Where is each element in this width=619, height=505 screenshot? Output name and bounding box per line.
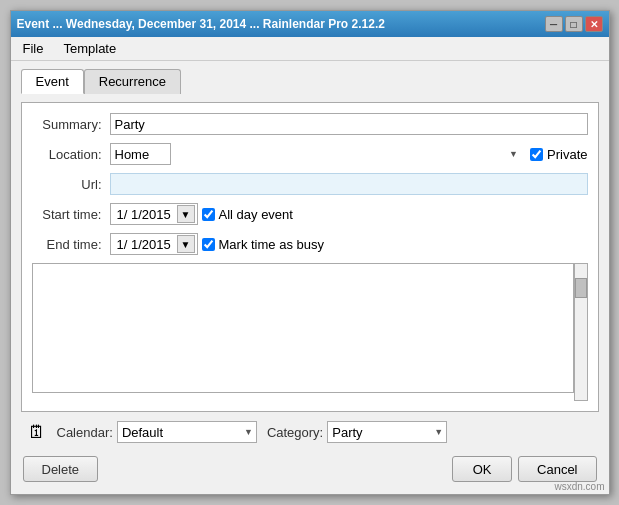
- calendar-label: Calendar:: [57, 425, 113, 440]
- summary-input[interactable]: [110, 113, 588, 135]
- notes-area: [32, 263, 588, 401]
- ok-button[interactable]: OK: [452, 456, 512, 482]
- delete-button[interactable]: Delete: [23, 456, 99, 482]
- location-label: Location:: [32, 147, 110, 162]
- calendar-icon: 🗓: [23, 418, 51, 446]
- category-select[interactable]: Party Work Personal Holiday: [327, 421, 447, 443]
- start-time-label: Start time:: [32, 207, 110, 222]
- mark-busy-checkbox[interactable]: [202, 238, 215, 251]
- minimize-button[interactable]: ─: [545, 16, 563, 32]
- cancel-button[interactable]: Cancel: [518, 456, 596, 482]
- category-label: Category:: [267, 425, 323, 440]
- private-row: Private: [530, 147, 587, 162]
- main-window: Event ... Wednesday, December 31, 2014 .…: [10, 10, 610, 495]
- notes-textarea[interactable]: [32, 263, 574, 393]
- all-day-row: All day event: [202, 207, 293, 222]
- start-time-row: Start time: 1/ 1/2015 ▼ All day event: [32, 203, 588, 225]
- mark-busy-label[interactable]: Mark time as busy: [202, 237, 324, 252]
- summary-label: Summary:: [32, 117, 110, 132]
- main-content: Event Recurrence Summary: Location: Home…: [11, 61, 609, 492]
- tab-bar: Event Recurrence: [21, 69, 599, 94]
- all-day-text: All day event: [219, 207, 293, 222]
- menu-bar: File Template: [11, 37, 609, 61]
- url-input[interactable]: [110, 173, 588, 195]
- end-time-row: End time: 1/ 1/2015 ▼ Mark time as busy: [32, 233, 588, 255]
- window-title: Event ... Wednesday, December 31, 2014 .…: [17, 17, 385, 31]
- location-select[interactable]: Home Work Other: [110, 143, 171, 165]
- menu-template[interactable]: Template: [55, 39, 124, 58]
- end-date-text: 1/ 1/2015: [113, 237, 177, 252]
- tab-event[interactable]: Event: [21, 69, 84, 94]
- all-day-checkbox[interactable]: [202, 208, 215, 221]
- right-buttons: OK Cancel: [452, 456, 596, 482]
- mark-busy-row: Mark time as busy: [202, 237, 324, 252]
- mark-busy-text: Mark time as busy: [219, 237, 324, 252]
- scrollbar[interactable]: [574, 263, 588, 401]
- calendar-select-wrapper: Default: [117, 421, 257, 443]
- button-row: Delete OK Cancel: [21, 456, 599, 482]
- category-select-wrapper: Party Work Personal Holiday: [327, 421, 447, 443]
- location-select-wrapper: Home Work Other: [110, 143, 523, 165]
- maximize-button[interactable]: □: [565, 16, 583, 32]
- summary-row: Summary:: [32, 113, 588, 135]
- title-bar-controls: ─ □ ✕: [545, 16, 603, 32]
- watermark: wsxdn.com: [554, 481, 604, 492]
- bottom-bar: 🗓 Calendar: Default Category: Party Work…: [21, 418, 599, 446]
- start-date-text: 1/ 1/2015: [113, 207, 177, 222]
- end-calendar-button[interactable]: ▼: [177, 235, 195, 253]
- menu-file[interactable]: File: [15, 39, 52, 58]
- all-day-label[interactable]: All day event: [202, 207, 293, 222]
- private-checkbox-label[interactable]: Private: [530, 147, 587, 162]
- url-label: Url:: [32, 177, 110, 192]
- private-label: Private: [547, 147, 587, 162]
- url-row: Url:: [32, 173, 588, 195]
- end-time-label: End time:: [32, 237, 110, 252]
- close-button[interactable]: ✕: [585, 16, 603, 32]
- calendar-select[interactable]: Default: [117, 421, 257, 443]
- location-row: Location: Home Work Other Private: [32, 143, 588, 165]
- tab-content-event: Summary: Location: Home Work Other Priva: [21, 102, 599, 412]
- private-checkbox[interactable]: [530, 148, 543, 161]
- tab-recurrence[interactable]: Recurrence: [84, 69, 181, 94]
- title-bar: Event ... Wednesday, December 31, 2014 .…: [11, 11, 609, 37]
- scrollbar-thumb[interactable]: [575, 278, 587, 298]
- start-date-input-wrap: 1/ 1/2015 ▼: [110, 203, 198, 225]
- start-calendar-button[interactable]: ▼: [177, 205, 195, 223]
- end-date-input-wrap: 1/ 1/2015 ▼: [110, 233, 198, 255]
